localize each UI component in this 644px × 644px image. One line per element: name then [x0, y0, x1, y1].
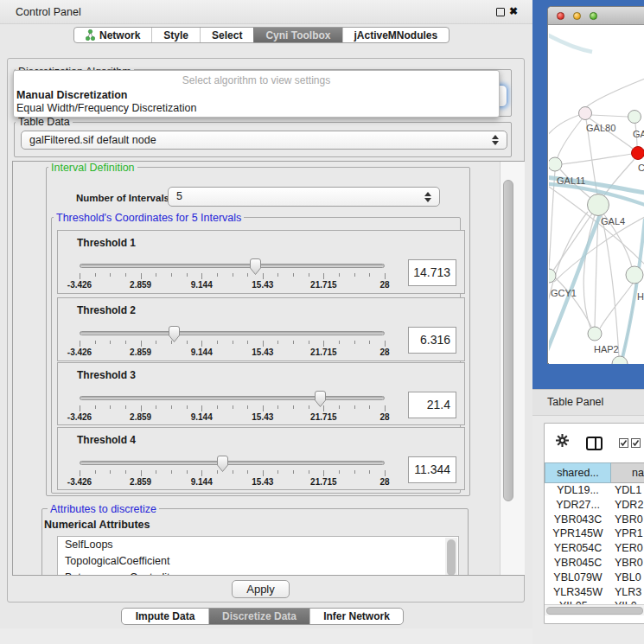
column-header-name[interactable]: na	[611, 462, 644, 483]
threshold-slider-track[interactable]	[80, 264, 385, 268]
tab-label: Select	[212, 29, 242, 41]
tab-jactivemnodules[interactable]: jActiveMNodules	[342, 28, 450, 42]
slider-tick	[95, 470, 96, 474]
slider-tick	[385, 341, 386, 347]
table-row[interactable]: YBR043CYBR0	[545, 513, 644, 527]
network-node[interactable]	[549, 157, 562, 171]
table-data-label: Table Data	[16, 116, 73, 128]
close-traffic-light[interactable]	[557, 12, 564, 20]
slider-tick-label: -3.426	[67, 348, 92, 357]
cell-shared-name: YBR045C	[545, 556, 611, 571]
slider-tick	[309, 341, 309, 344]
slider-tick	[293, 470, 294, 474]
numerical-attributes-list[interactable]: SelfLoopsTopologicalCoefficientBetweenne…	[57, 536, 459, 576]
network-edge	[549, 113, 585, 156]
table-row[interactable]: YPR145WYPR1	[545, 526, 644, 541]
slider-thumb[interactable]	[249, 258, 262, 276]
gear-icon[interactable]	[556, 434, 569, 447]
split-panel-icon[interactable]	[586, 437, 603, 450]
slider-tick	[95, 405, 96, 409]
threshold-slider-track[interactable]	[80, 396, 385, 400]
network-node[interactable]	[588, 327, 602, 341]
tab-cyni-toolbox[interactable]: Cyni Toolbox	[253, 28, 341, 42]
tab-label: Style	[163, 29, 188, 41]
slider-tick	[187, 273, 188, 277]
slider-tick	[233, 470, 233, 474]
network-edge	[595, 216, 598, 327]
threshold-value-field[interactable]: 21.4	[408, 392, 456, 418]
tab-network[interactable]: Network	[74, 28, 151, 42]
network-node[interactable]	[579, 107, 592, 120]
network-node[interactable]	[612, 356, 628, 364]
slider-thumb[interactable]	[314, 390, 327, 408]
network-node-label: GAL4	[601, 216, 625, 226]
attribute-list-item[interactable]: BetweennessCentrality	[58, 570, 458, 576]
attribute-list-item[interactable]: SelfLoops	[58, 537, 458, 553]
table-row[interactable]: YDL19...YDL1	[545, 483, 644, 498]
popup-option[interactable]: Equal Width/Frequency Discretization	[14, 102, 499, 115]
number-of-intervals-spinner[interactable]: 5	[168, 187, 440, 207]
table-hscrollbar[interactable]	[545, 604, 644, 615]
network-node[interactable]	[628, 111, 641, 124]
table-row[interactable]: YDR27...YDR2	[545, 498, 644, 513]
bottom-tab-impute-data[interactable]: Impute Data	[122, 609, 208, 624]
slider-tick	[277, 405, 278, 409]
cell-shared-name: YBL079W	[545, 571, 611, 585]
number-of-intervals-value: 5	[176, 190, 182, 202]
spinner-arrows-icon	[424, 191, 431, 203]
slider-tick-label: 2.859	[130, 348, 151, 357]
network-node-label: GAL80	[586, 123, 615, 133]
list-scrollbar[interactable]	[445, 538, 457, 576]
popup-option[interactable]: Manual Discretization	[14, 89, 499, 102]
thresholds-group-label: Threshold's Coordinates for 5 Intervals	[54, 212, 244, 224]
slider-thumb[interactable]	[168, 325, 181, 343]
threshold-value-field[interactable]: 14.713	[408, 259, 456, 286]
float-window-icon[interactable]	[496, 8, 505, 16]
table-row[interactable]: YBL079WYBL0	[545, 571, 644, 585]
network-node[interactable]	[632, 147, 644, 160]
table-row[interactable]: YBR045CYBR0	[545, 556, 644, 571]
cell-name: YER0	[615, 541, 643, 556]
table-row[interactable]: YER054CYER0	[545, 541, 644, 556]
table-row[interactable]: YLR345WYLR3	[545, 585, 644, 600]
slider-tick	[80, 273, 80, 279]
network-canvas[interactable]: GAL80GACGAL11GAL4GCY1HHAP2	[549, 25, 644, 364]
zoom-traffic-light[interactable]	[590, 12, 597, 20]
bottom-tab-infer-network[interactable]: Infer Network	[309, 609, 403, 624]
cell-name: YBR0	[615, 556, 643, 571]
slider-tick-label: 2.859	[130, 477, 151, 487]
attribute-list-item[interactable]: TopologicalCoefficient	[58, 553, 458, 570]
table-data-combobox[interactable]: galFiltered.sif default node	[21, 131, 507, 150]
slider-tick-label: 2.859	[130, 412, 151, 422]
network-node-label: HAP2	[594, 344, 619, 354]
network-node[interactable]	[588, 194, 609, 216]
network-node[interactable]	[626, 266, 643, 284]
threshold-slider-track[interactable]	[80, 331, 385, 335]
select-columns-icons[interactable]	[619, 438, 641, 448]
slider-tick	[125, 470, 126, 474]
threshold-value-field[interactable]: 6.316	[408, 327, 456, 354]
interval-definition-label: Interval Definition	[48, 162, 137, 174]
minimize-traffic-light[interactable]	[573, 12, 581, 20]
threshold-box-1: Threshold 1-3.4262.8599.14415.4321.71528…	[57, 230, 465, 294]
slider-tick	[95, 341, 96, 344]
tab-style[interactable]: Style	[151, 28, 200, 42]
slider-tick	[293, 341, 294, 344]
slider-tick	[263, 341, 264, 347]
column-header-shared[interactable]: shared...	[545, 462, 611, 483]
tab-select[interactable]: Select	[200, 28, 253, 42]
slider-tick	[263, 470, 264, 476]
threshold-slider-track[interactable]	[80, 461, 385, 465]
slider-tick	[293, 273, 294, 277]
slider-tick-label: -3.426	[67, 477, 92, 487]
threshold-box-3: Threshold 3-3.4262.8599.14415.4321.71528…	[57, 362, 465, 425]
slider-tick	[217, 341, 218, 344]
slider-thumb[interactable]	[216, 455, 229, 473]
threshold-value-field[interactable]: 11.344	[408, 456, 456, 483]
apply-button[interactable]: Apply	[232, 580, 290, 598]
close-icon[interactable]: ✖	[509, 5, 518, 17]
slider-tick	[247, 470, 248, 474]
bottom-tab-discretize-data[interactable]: Discretize Data	[208, 609, 309, 624]
panel-scrollbar-thumb[interactable]	[503, 180, 513, 501]
network-edge-highlighted	[549, 34, 592, 52]
